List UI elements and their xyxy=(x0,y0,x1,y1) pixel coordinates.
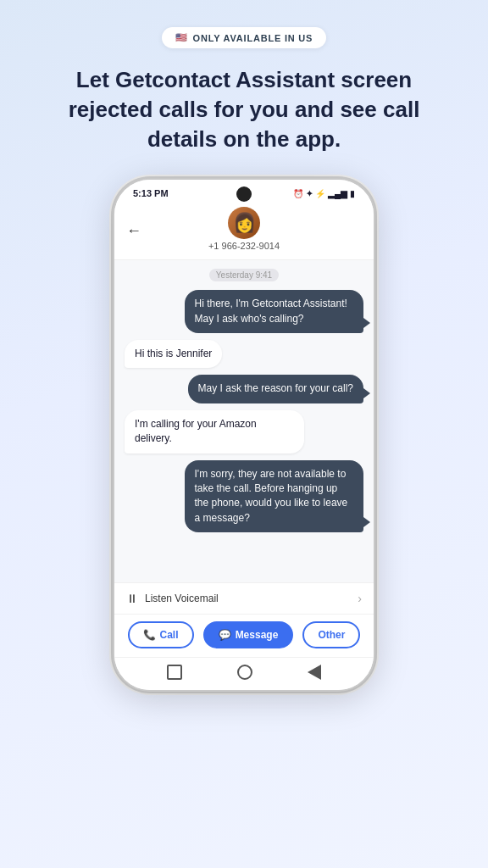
badge-text: ONLY AVAILABLE IN US xyxy=(193,33,313,43)
message-4: I'm calling for your Amazon delivery. xyxy=(125,410,304,453)
timestamp-label: Yesterday 9:41 xyxy=(209,269,279,281)
avatar: 👩 xyxy=(228,207,260,239)
alarm-icon: ⏰ xyxy=(293,189,303,198)
flag-icon: 🇺🇸 xyxy=(175,32,188,43)
wifi-icon: ⚡ xyxy=(315,189,325,198)
other-button[interactable]: Other xyxy=(302,621,360,648)
call-label: Call xyxy=(160,629,179,641)
signal-icon: ▂▄▆ xyxy=(328,189,347,198)
battery-icon: ▮ xyxy=(350,189,355,198)
message-4-text: I'm calling for your Amazon delivery. xyxy=(135,418,257,444)
voicemail-chevron-icon: › xyxy=(358,592,362,605)
status-icons: ⏰ ✦ ⚡ ▂▄▆ ▮ xyxy=(293,189,355,198)
voicemail-label: Listen Voicemail xyxy=(145,593,219,604)
back-button[interactable]: ← xyxy=(126,222,141,240)
nav-home-icon[interactable] xyxy=(237,665,252,680)
notch xyxy=(236,186,252,202)
message-label: Message xyxy=(236,629,279,641)
bottom-nav xyxy=(114,657,374,690)
action-buttons: 📞 Call 💬 Message Other xyxy=(114,614,374,657)
nav-back-icon[interactable] xyxy=(308,665,321,680)
bluetooth-icon: ✦ xyxy=(306,189,313,198)
call-icon: 📞 xyxy=(143,629,156,641)
time: 5:13 PM xyxy=(133,188,169,198)
voicemail-row[interactable]: ⏸ Listen Voicemail › xyxy=(114,582,374,614)
message-2: Hi this is Jennifer xyxy=(125,340,222,368)
avatar-face: 👩 xyxy=(233,214,256,232)
message-5-text: I'm sorry, they are not available to tak… xyxy=(195,468,348,524)
status-bar: 5:13 PM ⏰ ✦ ⚡ ▂▄▆ ▮ xyxy=(114,180,374,202)
message-icon: 💬 xyxy=(219,629,231,641)
message-2-text: Hi this is Jennifer xyxy=(135,348,212,359)
phone-number: +1 966-232-9014 xyxy=(208,241,280,251)
other-label: Other xyxy=(318,629,345,641)
badge: 🇺🇸 ONLY AVAILABLE IN US xyxy=(162,27,327,48)
chat-header: ← 👩 +1 966-232-9014 xyxy=(114,202,374,260)
nav-square-icon[interactable] xyxy=(167,665,182,680)
call-button[interactable]: 📞 Call xyxy=(128,621,194,648)
phone-mockup: 5:13 PM ⏰ ✦ ⚡ ▂▄▆ ▮ ← 👩 +1 966-232-9014 … xyxy=(113,178,375,692)
voicemail-left: ⏸ Listen Voicemail xyxy=(126,592,219,605)
headline: Let Getcontact Assistant screen rejected… xyxy=(41,65,447,154)
message-5: I'm sorry, they are not available to tak… xyxy=(185,460,364,533)
voicemail-icon: ⏸ xyxy=(126,592,138,605)
message-1: Hi there, I'm Getcontact Assistant! May … xyxy=(185,290,364,333)
message-1-text: Hi there, I'm Getcontact Assistant! May … xyxy=(195,298,347,324)
message-3: May I ask the reason for your call? xyxy=(188,375,363,403)
message-3-text: May I ask the reason for your call? xyxy=(198,382,353,394)
message-button[interactable]: 💬 Message xyxy=(203,621,294,648)
chat-body: Yesterday 9:41 Hi there, I'm Getcontact … xyxy=(114,260,374,582)
